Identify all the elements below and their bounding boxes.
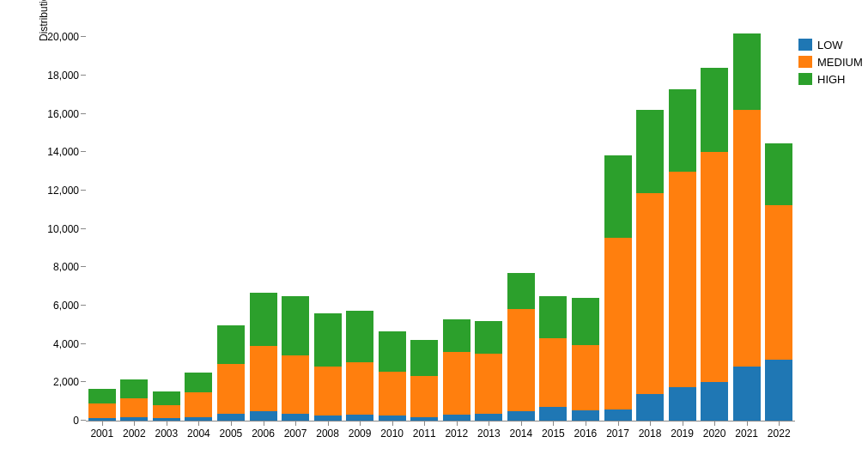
x-tick-label: 2001 bbox=[86, 428, 118, 440]
y-tick-label: 8,000 bbox=[53, 261, 79, 273]
bar-segment-high bbox=[443, 319, 470, 352]
bar-segment-low bbox=[604, 409, 632, 421]
bar-segment-high bbox=[217, 325, 245, 364]
x-tick-label: 2019 bbox=[666, 428, 698, 440]
bar-segment-high bbox=[539, 296, 567, 338]
x-tick-label: 2008 bbox=[312, 428, 343, 440]
bar-segment-medium bbox=[120, 398, 148, 417]
bar-segment-medium bbox=[475, 354, 502, 414]
bar-segment-medium bbox=[153, 405, 180, 419]
x-tick-label: 2004 bbox=[183, 428, 215, 440]
x-tick-label: 2003 bbox=[150, 428, 182, 440]
bar-segment-low bbox=[701, 382, 728, 421]
bar-segment-high bbox=[282, 296, 309, 355]
bar-segment-high bbox=[185, 373, 212, 391]
legend-label: MEDIUM bbox=[817, 56, 863, 69]
bar-segment-low bbox=[733, 367, 761, 421]
legend-swatch bbox=[798, 73, 812, 85]
y-tick-label: 2,000 bbox=[53, 376, 79, 388]
bar-segment-low bbox=[539, 407, 567, 421]
bar-segment-high bbox=[733, 33, 761, 110]
bar-segment-medium bbox=[733, 110, 761, 367]
y-tick-label: 16,000 bbox=[47, 108, 79, 120]
bar-segment-high bbox=[475, 321, 502, 354]
bar-segment-medium bbox=[669, 172, 696, 387]
bar-segment-medium bbox=[88, 403, 116, 418]
bar-segment-high bbox=[572, 298, 599, 345]
bar-segment-low bbox=[217, 414, 245, 421]
bar-segment-high bbox=[346, 311, 373, 362]
bar-segment-medium bbox=[443, 352, 470, 415]
bar-segment-low bbox=[379, 415, 406, 421]
plot-area: 02,0004,0006,0008,00010,00012,00014,0001… bbox=[86, 27, 795, 422]
bar-segment-low bbox=[346, 415, 373, 421]
bar-segment-high bbox=[88, 389, 116, 403]
bar-segment-medium bbox=[250, 346, 277, 411]
bar-segment-low bbox=[410, 417, 438, 421]
legend-label: LOW bbox=[817, 39, 843, 52]
bar-segment-low bbox=[636, 394, 664, 421]
x-tick-label: 2007 bbox=[280, 428, 312, 440]
bar-segment-medium bbox=[185, 392, 212, 417]
bar-segment-medium bbox=[507, 309, 535, 410]
legend-swatch bbox=[798, 39, 812, 51]
bar-segment-low bbox=[185, 417, 212, 421]
x-tick-label: 2009 bbox=[344, 428, 376, 440]
bar-segment-low bbox=[153, 418, 180, 421]
bar-segment-low bbox=[443, 415, 470, 421]
bar-segment-high bbox=[314, 313, 342, 367]
legend-swatch bbox=[798, 56, 812, 68]
bar-segment-medium bbox=[701, 152, 728, 382]
bar-segment-high bbox=[379, 331, 406, 372]
bar-segment-high bbox=[120, 379, 148, 398]
bar-segment-low bbox=[250, 411, 277, 421]
x-tick-label: 2010 bbox=[376, 428, 408, 440]
bar-segment-high bbox=[410, 340, 438, 375]
bar-segment-medium bbox=[379, 372, 406, 415]
x-tick-label: 2005 bbox=[215, 428, 246, 440]
y-tick-label: 4,000 bbox=[53, 338, 79, 350]
x-tick-label: 2018 bbox=[634, 428, 666, 440]
bar-segment-low bbox=[765, 360, 792, 421]
x-tick-label: 2013 bbox=[473, 428, 505, 440]
bar-segment-high bbox=[636, 110, 664, 193]
y-tick-label: 12,000 bbox=[47, 185, 79, 197]
legend-item: MEDIUM bbox=[798, 53, 863, 70]
bar-segment-high bbox=[765, 143, 792, 204]
bar-segment-low bbox=[120, 417, 148, 421]
x-tick-label: 2021 bbox=[731, 428, 762, 440]
x-tick-label: 2006 bbox=[247, 428, 279, 440]
bar-segment-high bbox=[669, 89, 696, 172]
y-tick-label: 6,000 bbox=[53, 300, 79, 312]
bar-segment-high bbox=[153, 391, 180, 405]
bar-segment-low bbox=[669, 387, 696, 421]
y-tick-label: 20,000 bbox=[47, 31, 79, 43]
bar-segment-medium bbox=[217, 364, 245, 414]
bar-segment-medium bbox=[346, 362, 373, 415]
legend-item: LOW bbox=[798, 36, 863, 53]
bar-segment-low bbox=[314, 415, 342, 421]
bar-segment-low bbox=[475, 414, 502, 421]
x-tick-label: 2022 bbox=[763, 428, 795, 440]
y-tick-label: 14,000 bbox=[47, 146, 79, 158]
bar-segment-medium bbox=[314, 367, 342, 415]
x-tick-label: 2016 bbox=[569, 428, 601, 440]
bar-segment-medium bbox=[282, 355, 309, 414]
bar-segment-high bbox=[604, 155, 632, 238]
bar-segment-medium bbox=[604, 238, 632, 409]
bar-segment-medium bbox=[572, 345, 599, 410]
x-tick-label: 2014 bbox=[505, 428, 537, 440]
x-tick-label: 2002 bbox=[118, 428, 150, 440]
bar-segment-low bbox=[282, 414, 309, 421]
bar-segment-low bbox=[88, 418, 116, 421]
bar-segment-medium bbox=[539, 338, 567, 407]
legend: LOWMEDIUMHIGH bbox=[798, 36, 863, 88]
legend-label: HIGH bbox=[817, 73, 846, 86]
bar-segment-high bbox=[507, 273, 535, 309]
y-tick-label: 0 bbox=[73, 415, 79, 427]
bar-segment-low bbox=[507, 411, 535, 421]
chart-container: Distribution 02,0004,0006,0008,00010,000… bbox=[0, 0, 868, 467]
x-tick-label: 2020 bbox=[699, 428, 731, 440]
bar-segment-medium bbox=[410, 376, 438, 417]
bar-segment-medium bbox=[765, 205, 792, 360]
